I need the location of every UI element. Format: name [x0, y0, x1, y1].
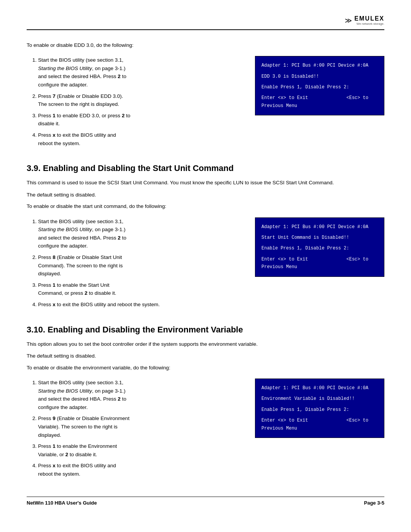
section-310-default: The default setting is disabled. [27, 352, 384, 360]
list-item: Press 7 (Enable or Disable EDD 3.0). The… [38, 92, 244, 109]
bios-display-310: Adapter 1: PCI Bus #:00 PCI Device #:0A … [255, 379, 384, 438]
list-item: Press x to exit the BIOS utility and reb… [38, 300, 244, 309]
edd-bios-screen: Adapter 1: PCI Bus #:00 PCI Device #:0A … [255, 56, 384, 115]
bios-310-line-2: Environment Variable is Disabled!! [261, 395, 378, 403]
bios-line-3: Enable Press 1, Disable Press 2: [261, 83, 378, 91]
bios-39-line-1: Adapter 1: PCI Bus #:00 PCI Device #:0A [261, 223, 378, 231]
footer-left: NetWin 110 HBA User's Guide [27, 500, 97, 506]
edd-section: Start the BIOS utility (see section 3.1,… [27, 56, 384, 152]
footer-right: Page 3-5 [364, 500, 384, 506]
bios-39-exit-left: Enter <x> to Exit [261, 257, 308, 262]
bios-310-line-1: Adapter 1: PCI Bus #:00 PCI Device #:0A [261, 384, 378, 392]
page-header: ≫ EMULEX We network storage. [27, 15, 384, 30]
section-310-intro: This option allows you to set the boot c… [27, 340, 384, 348]
logo-name: EMULEX [354, 15, 384, 22]
bios-310-line-3: Enable Press 1, Disable Press 2: [261, 406, 378, 414]
edd-intro: To enable or disable EDD 3.0, do the fol… [27, 42, 384, 49]
section-39-enable-intro: To enable or disable the start unit comm… [27, 203, 384, 210]
bios-display-39: Adapter 1: PCI Bus #:00 PCI Device #:0A … [255, 217, 384, 277]
section-310-content: Start the BIOS utility (see section 3.1,… [27, 379, 384, 483]
list-item: Press x to exit the BIOS utility and reb… [38, 131, 244, 147]
list-item: Press 1 to enable EDD 3.0, or press 2 to… [38, 112, 244, 128]
edd-steps: Start the BIOS utility (see section 3.1,… [27, 56, 244, 152]
section-39-heading: 3.9. Enabling and Disabling the Start Un… [27, 163, 384, 173]
logo-chevron-icon: ≫ [345, 16, 352, 25]
section-39-bios-screen: Adapter 1: PCI Bus #:00 PCI Device #:0A … [255, 217, 384, 277]
list-item: Press 8 (Enable or Disable Start Unit Co… [38, 253, 244, 278]
section-310-bios-screen: Adapter 1: PCI Bus #:00 PCI Device #:0A … [255, 379, 384, 438]
list-item: Press 9 (Enable or Disable Environment V… [38, 414, 244, 439]
section-39-steps: Start the BIOS utility (see section 3.1,… [27, 217, 244, 313]
section-39-default: The default setting is disabled. [27, 191, 384, 199]
list-item: Start the BIOS utility (see section 3.1,… [38, 379, 244, 411]
bios-39-line-2: Start Unit Command is Disabled!! [261, 234, 378, 241]
list-item: Press 1 to enable the Start Unit Command… [38, 281, 244, 297]
section-39-content: Start the BIOS utility (see section 3.1,… [27, 217, 384, 313]
bios-310-exit-left: Enter <x> to Exit [261, 418, 308, 423]
edd-steps-list: Start the BIOS utility (see section 3.1,… [27, 56, 244, 147]
bios-39-line-4: Enter <x> to Exit <Esc> to Previous Menu [261, 256, 378, 271]
bios-exit-left: Enter <x> to Exit [261, 95, 308, 101]
section-39-intro: This command is used to issue the SCSI S… [27, 179, 384, 187]
list-item: Start the BIOS utility (see section 3.1,… [38, 217, 244, 250]
section-310-steps: Start the BIOS utility (see section 3.1,… [27, 379, 244, 483]
bios-39-line-3: Enable Press 1, Disable Press 2: [261, 244, 378, 252]
bios-line-4: Enter <x> to Exit <Esc> to Previous Menu [261, 94, 378, 110]
section-310-steps-list: Start the BIOS utility (see section 3.1,… [27, 379, 244, 478]
bios-display: Adapter 1: PCI Bus #:00 PCI Device #:0A … [255, 56, 384, 115]
list-item: Start the BIOS utility (see section 3.1,… [38, 56, 244, 89]
section-39-steps-list: Start the BIOS utility (see section 3.1,… [27, 217, 244, 309]
list-item: Press x to exit the BIOS utility and reb… [38, 462, 244, 478]
bios-line-2: EDD 3.0 is Disabled!! [261, 73, 378, 80]
list-item: Press 1 to enable the Environment Variab… [38, 442, 244, 459]
section-310-enable-intro: To enable or disable the environment var… [27, 364, 384, 372]
logo: ≫ EMULEX We network storage. [345, 15, 384, 26]
logo-tagline: We network storage. [354, 22, 384, 26]
section-310-heading: 3.10. Enabling and Disabling the Environ… [27, 325, 384, 335]
bios-310-line-4: Enter <x> to Exit <Esc> to Previous Menu [261, 417, 378, 432]
page-footer: NetWin 110 HBA User's Guide Page 3-5 [27, 497, 384, 506]
bios-line-1: Adapter 1: PCI Bus #:00 PCI Device #:0A [261, 62, 378, 69]
